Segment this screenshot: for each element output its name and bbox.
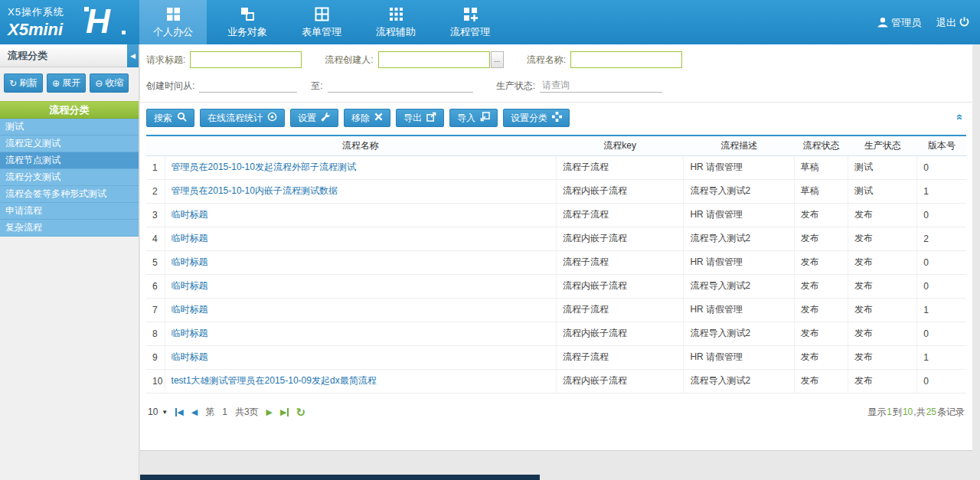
row-number: 7 (146, 298, 165, 322)
grid-squares-icon (139, 7, 207, 22)
flow-name-link[interactable]: 临时标题 (172, 233, 208, 243)
col-header-flow-key[interactable]: 流程key (556, 136, 683, 155)
import-button[interactable]: 导入 (449, 109, 498, 127)
import-icon (480, 112, 490, 124)
flow-name-link[interactable]: 管理员在2015-10-10发起流程外部子流程测试 (172, 162, 356, 172)
col-header-prod-status[interactable]: 生产状态 (848, 136, 917, 155)
page-size-select[interactable]: 10 ▼ (148, 407, 168, 417)
table-row[interactable]: 7 临时标题 流程子流程 HR 请假管理 发布 发布 1 (146, 298, 966, 322)
prod-status-input[interactable] (540, 79, 662, 93)
nav-flow-management[interactable]: 流程管理 (436, 0, 504, 44)
table-row[interactable]: 9 临时标题 流程子流程 HR 请假管理 发布 发布 1 (146, 345, 966, 369)
action-toolbar: 搜索 在线流程统计 设置 移除 导出 导入 设置分类 « (140, 102, 972, 133)
flow-name-input[interactable] (570, 51, 682, 68)
nav-label: 流程辅助 (362, 25, 430, 39)
prod-status-cell: 发布 (848, 369, 917, 393)
row-number: 9 (146, 345, 165, 369)
flow-key-cell: 流程内嵌子流程 (556, 322, 683, 345)
flow-status-cell: 发布 (794, 250, 848, 274)
sidebar-item-test[interactable]: 测试 (0, 119, 139, 136)
plus-circle-icon: ⊕ (52, 79, 60, 88)
table-row[interactable]: 4 临时标题 流程内嵌子流程 流程导入测试2 发布 发布 2 (146, 227, 966, 250)
table-row[interactable]: 10 test1大雄测试管理员在2015-10-09发起dx最简流程 流程内嵌子… (146, 369, 966, 393)
main-content: 请求标题: 流程创建人: ... 流程名称: 创建时间从: 至: 生产状态: 搜… (140, 44, 972, 451)
created-from-input[interactable] (199, 79, 297, 93)
flow-desc-cell: 流程导入测试2 (684, 179, 794, 203)
flow-name-link[interactable]: 临时标题 (172, 256, 208, 267)
nav-business-objects[interactable]: 业务对象 (214, 0, 281, 44)
user-menu[interactable]: 管理员 (877, 16, 921, 30)
row-number: 5 (146, 250, 165, 274)
category-squares-icon (552, 112, 562, 124)
table-row[interactable]: 3 临时标题 流程子流程 HR 请假管理 发布 发布 0 (146, 203, 966, 227)
col-header-flow-status[interactable]: 流程状态 (794, 136, 848, 155)
total-pages: 共3页 (235, 406, 259, 419)
col-header-flow-desc[interactable]: 流程描述 (684, 136, 794, 155)
flow-name-link[interactable]: 临时标题 (172, 280, 208, 291)
sidebar-item-flow-definition-test[interactable]: 流程定义测试 (0, 136, 139, 152)
current-page-value[interactable]: 1 (222, 407, 227, 417)
flow-name-link[interactable]: 临时标题 (172, 209, 208, 220)
flow-status-cell: 发布 (794, 369, 848, 393)
row-number: 8 (146, 322, 165, 345)
table-row[interactable]: 8 临时标题 流程内嵌子流程 流程导入测试2 发布 发布 0 (146, 322, 966, 345)
table-row[interactable]: 5 临时标题 流程子流程 HR 请假管理 发布 发布 0 (146, 250, 966, 274)
flow-creator-input[interactable] (378, 51, 490, 68)
sidebar-item-flow-branch-test[interactable]: 流程分支测试 (0, 169, 139, 186)
logout-button[interactable]: 退出 (936, 16, 969, 30)
remove-button[interactable]: 移除 (344, 109, 390, 127)
flow-desc-cell: 流程导入测试2 (684, 322, 794, 345)
summary-text: 到 (893, 407, 902, 417)
online-flow-stats-button[interactable]: 在线流程统计 (200, 109, 285, 127)
sidebar-item-apply-flow[interactable]: 申请流程 (0, 203, 139, 220)
table-row[interactable]: 1 管理员在2015-10-10发起流程外部子流程测试 流程子流程 HR 请假管… (146, 155, 966, 179)
export-icon (426, 112, 436, 124)
refresh-button[interactable]: ↻刷新 (4, 73, 43, 93)
search-button[interactable]: 搜索 (146, 109, 194, 127)
expand-all-button[interactable]: ⊕展开 (47, 73, 86, 93)
chevron-down-icon: ▼ (162, 409, 168, 416)
table-row[interactable]: 2 管理员在2015-10-10内嵌子流程测试数据 流程内嵌子流程 流程导入测试… (146, 179, 966, 203)
prod-status-cell: 发布 (848, 298, 917, 322)
col-header-version[interactable]: 版本号 (917, 136, 966, 155)
created-to-input[interactable] (328, 79, 473, 93)
flow-name-link[interactable]: 临时标题 (172, 328, 208, 338)
refresh-label: 刷新 (19, 77, 38, 90)
flow-key-cell: 流程子流程 (556, 298, 683, 322)
last-page-button[interactable]: ▶ (280, 408, 288, 416)
export-label: 导出 (403, 112, 422, 125)
flow-name-link[interactable]: 管理员在2015-10-10内嵌子流程测试数据 (172, 185, 338, 196)
prod-status-cell: 发布 (848, 274, 917, 298)
export-button[interactable]: 导出 (396, 109, 444, 127)
prod-status-cell: 测试 (848, 155, 917, 179)
sidebar-item-complex-flow[interactable]: 复杂流程 (0, 220, 139, 237)
prev-page-button[interactable]: ◀ (191, 408, 198, 416)
flow-desc-cell: HR 请假管理 (684, 250, 794, 274)
first-page-button[interactable]: ◀ (175, 408, 183, 416)
pagination-bar: 10 ▼ ◀ ◀ 第 1 共3页 ▶ ▶ ↻ 显示1到10,共25条记录 (140, 393, 972, 419)
set-category-button[interactable]: 设置分类 (503, 109, 570, 127)
col-header-flow-name[interactable]: 流程名称 (165, 136, 556, 155)
creator-picker-button[interactable]: ... (491, 51, 504, 68)
collapse-all-button[interactable]: ⊖收缩 (90, 73, 129, 93)
close-x-icon (374, 113, 383, 123)
settings-button[interactable]: 设置 (290, 109, 338, 127)
flow-creator-group: ... (378, 51, 504, 68)
sidebar-collapse-handle[interactable]: ◀ (127, 44, 139, 67)
nav-personal-office[interactable]: 个人办公 (139, 0, 207, 44)
request-title-input[interactable] (190, 51, 302, 68)
prod-status-cell: 发布 (848, 345, 917, 369)
table-row[interactable]: 6 临时标题 流程内嵌子流程 流程导入测试2 发布 发布 0 (146, 274, 966, 298)
flow-name-link[interactable]: test1大雄测试管理员在2015-10-09发起dx最简流程 (172, 375, 377, 386)
sidebar-item-countersign-test[interactable]: 流程会签等多种形式测试 (0, 186, 139, 203)
nav-form-management[interactable]: 表单管理 (288, 0, 355, 44)
flow-name-link[interactable]: 临时标题 (172, 304, 208, 315)
sidebar-item-flow-node-test[interactable]: 流程节点测试 (0, 152, 139, 169)
collapse-panel-icon[interactable]: « (954, 114, 967, 119)
nav-flow-assist[interactable]: 流程辅助 (362, 0, 430, 44)
reload-list-icon[interactable]: ↻ (296, 407, 306, 418)
flow-name-link[interactable]: 临时标题 (172, 351, 208, 362)
app-logo: X5操作系统 X5mini H (0, 0, 139, 44)
next-page-button[interactable]: ▶ (266, 408, 273, 416)
flow-desc-cell: HR 请假管理 (684, 298, 794, 322)
